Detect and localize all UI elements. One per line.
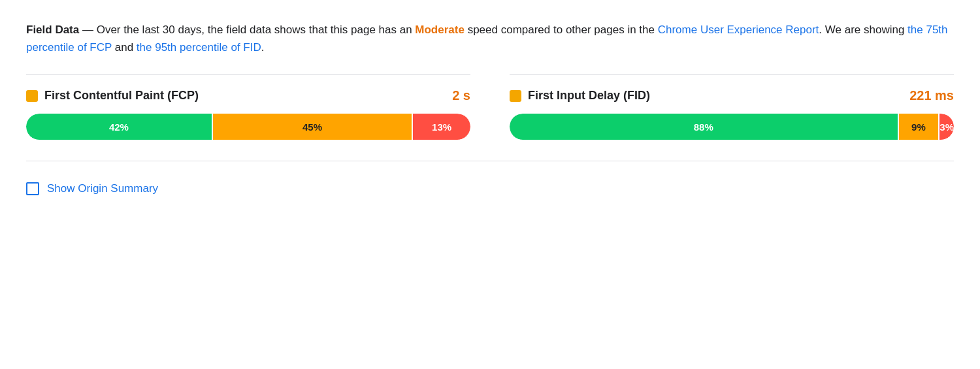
- fcp-bar-green: 42%: [26, 114, 212, 140]
- fid-percentile-link[interactable]: the 95th percentile of FID: [137, 41, 261, 54]
- field-data-title: Field Data: [26, 24, 79, 36]
- fcp-title: First Contentful Paint (FCP): [44, 89, 199, 103]
- metrics-grid: First Contentful Paint (FCP) 2 s 42% 45%…: [26, 74, 954, 140]
- field-data-description: Field Data — Over the last 30 days, the …: [26, 21, 954, 56]
- fcp-bar-orange: 45%: [213, 114, 412, 140]
- fid-title: First Input Delay (FID): [528, 89, 650, 103]
- fid-value: 221 ms: [909, 88, 954, 103]
- fid-bar-red: 3%: [939, 114, 954, 140]
- fcp-header: First Contentful Paint (FCP) 2 s: [26, 88, 470, 103]
- show-origin-checkbox[interactable]: [26, 182, 39, 195]
- show-origin-text: Show Origin Summary: [47, 182, 158, 195]
- description-part3: . We are showing: [819, 24, 907, 36]
- moderate-label: Moderate: [415, 24, 465, 36]
- fid-panel: First Input Delay (FID) 221 ms 88% 9% 3%: [510, 74, 954, 140]
- fid-bar-green: 88%: [510, 114, 898, 140]
- fid-dot-icon: [510, 90, 521, 102]
- bottom-section: Show Origin Summary: [26, 161, 954, 195]
- fcp-title-group: First Contentful Paint (FCP): [26, 89, 199, 103]
- fcp-panel: First Contentful Paint (FCP) 2 s 42% 45%…: [26, 74, 470, 140]
- fid-bar: 88% 9% 3%: [510, 114, 954, 140]
- chrome-report-link[interactable]: Chrome User Experience Report: [658, 24, 819, 36]
- fcp-value: 2 s: [452, 88, 470, 103]
- description-part5: .: [261, 41, 265, 54]
- fcp-dot-icon: [26, 90, 38, 102]
- description-part4: and: [112, 41, 137, 54]
- fcp-bar: 42% 45% 13%: [26, 114, 470, 140]
- description-part2: speed compared to other pages in the: [465, 24, 658, 36]
- show-origin-label[interactable]: Show Origin Summary: [26, 182, 158, 195]
- fid-bar-orange: 9%: [899, 114, 939, 140]
- fid-title-group: First Input Delay (FID): [510, 89, 650, 103]
- fcp-bar-red: 13%: [413, 114, 470, 140]
- description-part1: — Over the last 30 days, the field data …: [79, 24, 415, 36]
- fid-header: First Input Delay (FID) 221 ms: [510, 88, 954, 103]
